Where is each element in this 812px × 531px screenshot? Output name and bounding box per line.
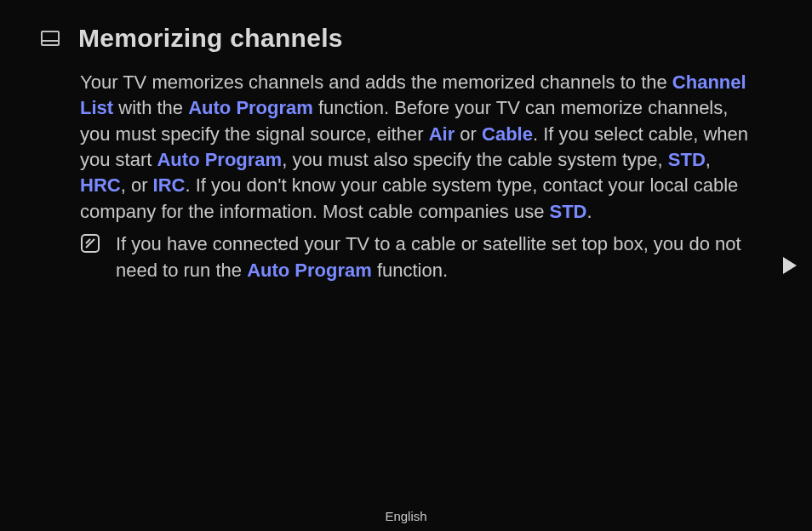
paragraph-main: Your TV memorizes channels and adds the … bbox=[80, 70, 761, 225]
page-title: Memorizing channels bbox=[78, 24, 343, 53]
text: , you must also specify the cable system… bbox=[282, 149, 668, 170]
text: , bbox=[706, 149, 711, 170]
text: Your TV memorizes channels and adds the … bbox=[80, 71, 672, 93]
note-icon bbox=[80, 233, 100, 254]
term-std: STD bbox=[668, 149, 706, 170]
svg-line-1 bbox=[86, 239, 94, 248]
term-cable: Cable bbox=[482, 123, 533, 145]
book-icon bbox=[41, 31, 60, 46]
term-irc: IRC bbox=[153, 174, 186, 196]
term-auto-program: Auto Program bbox=[188, 97, 313, 118]
term-auto-program: Auto Program bbox=[157, 149, 282, 170]
text: with the bbox=[113, 97, 188, 118]
next-arrow-icon[interactable] bbox=[783, 257, 797, 274]
footer-language: English bbox=[0, 509, 812, 523]
note-row: If you have connected your TV to a cable… bbox=[80, 231, 761, 283]
text: , or bbox=[121, 174, 153, 196]
text: . bbox=[587, 201, 592, 222]
term-air: Air bbox=[429, 123, 455, 145]
note-text: If you have connected your TV to a cable… bbox=[116, 231, 761, 283]
term-hrc: HRC bbox=[80, 174, 121, 196]
term-std: STD bbox=[550, 201, 587, 222]
text: or bbox=[455, 123, 482, 145]
text: function. bbox=[372, 260, 448, 281]
term-auto-program: Auto Program bbox=[247, 260, 372, 281]
svg-line-2 bbox=[86, 239, 90, 243]
content-body: Your TV memorizes channels and adds the … bbox=[0, 53, 812, 283]
